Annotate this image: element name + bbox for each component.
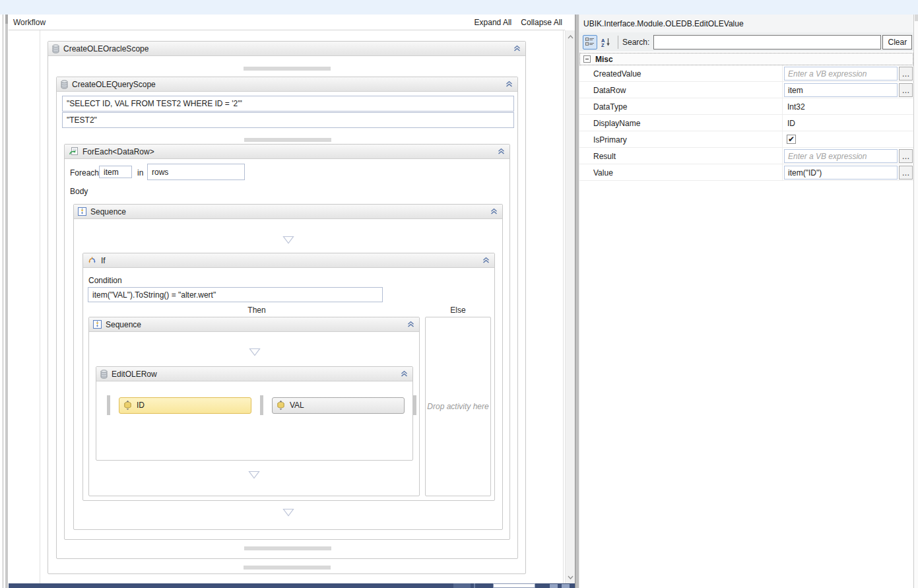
sequence-header[interactable]: Sequence: [74, 205, 502, 219]
condition-expression-box[interactable]: item("VAL").ToString() = "alter.wert": [88, 287, 383, 302]
properties-title: UBIK.Interface.Module.OLEDB.EditOLEValue: [583, 19, 744, 28]
property-name: Result: [593, 148, 616, 164]
sql-expression-box[interactable]: "SELECT ID, VAL FROM TEST2 WHERE ID = '2…: [62, 96, 514, 112]
sequence-icon: [78, 207, 86, 216]
overview-button[interactable]: [550, 584, 558, 588]
search-input[interactable]: [653, 35, 881, 49]
isprimary-checkbox[interactable]: [787, 135, 796, 144]
expression-value: item("ID"): [788, 168, 822, 178]
scroll-up-icon[interactable]: [566, 32, 575, 42]
else-drop-zone[interactable]: Drop activity here: [425, 317, 491, 496]
collapse-chevron-icon[interactable]: [498, 148, 505, 155]
activity-title: Sequence: [90, 207, 126, 216]
result-expression-box[interactable]: Enter a VB expression: [784, 149, 898, 163]
if-header[interactable]: If: [83, 253, 494, 268]
drop-activity-hint: Drop activity here: [427, 402, 488, 411]
then-sequence-header[interactable]: Sequence: [89, 317, 419, 332]
property-row-displayname: DisplayName ID: [579, 115, 913, 131]
then-label: Then: [224, 306, 290, 315]
zoom-level-box[interactable]: [493, 583, 535, 588]
collapse-category-icon[interactable]: [583, 55, 591, 63]
collapse-chevron-icon[interactable]: [482, 257, 490, 264]
drop-target-triangle[interactable]: [248, 471, 260, 479]
drop-target-triangle[interactable]: [249, 348, 261, 356]
foreach-header[interactable]: ForEach<DataRow>: [65, 145, 509, 159]
item-separator-bar: [413, 395, 416, 415]
designer-status-bar: [9, 583, 575, 588]
createdvalue-ellipsis-button[interactable]: …: [899, 67, 913, 81]
database-icon: [100, 370, 108, 379]
oracle-scope-header[interactable]: CreateOLEOracleScope: [48, 42, 525, 56]
workflow-panel: Workflow Expand All Collapse All CreateO…: [9, 15, 575, 588]
activity-sequence: Sequence: [73, 204, 503, 530]
activity-title: EditOLERow: [112, 370, 157, 379]
activity-edit-ole-row: EditOLERow: [96, 366, 413, 461]
foreach-variable-box[interactable]: item: [99, 166, 132, 178]
item-label: VAL: [290, 401, 304, 410]
activity-foreach-datarow: ForEach<DataRow> Foreach item in rows Bo…: [64, 144, 510, 540]
property-name: DataRow: [593, 82, 626, 98]
item-separator-bar: [260, 395, 263, 415]
scroll-down-icon[interactable]: [566, 572, 575, 582]
else-label: Else: [425, 306, 491, 315]
property-name: DataType: [593, 98, 627, 115]
foreach-collection-box[interactable]: rows: [147, 164, 245, 180]
categorized-view-button[interactable]: [583, 35, 597, 49]
activity-title: Sequence: [106, 320, 141, 329]
fit-to-screen-button[interactable]: [453, 583, 471, 588]
item-label: ID: [137, 401, 145, 410]
edit-ole-row-header[interactable]: EditOLERow: [96, 367, 412, 381]
activity-title: If: [101, 256, 106, 265]
properties-header: UBIK.Interface.Module.OLEDB.EditOLEValue: [579, 15, 913, 32]
column-value-icon: [123, 400, 132, 410]
scroll-strip-mark: [915, 15, 918, 21]
value-ellipsis-button[interactable]: …: [899, 166, 913, 180]
table-expression-box[interactable]: "TEST2": [62, 112, 514, 128]
workflow-titlebar: Workflow Expand All Collapse All: [9, 15, 565, 30]
query-scope-header[interactable]: CreateOLEQueryScope: [57, 77, 517, 92]
collapse-chevron-icon[interactable]: [506, 81, 513, 88]
clear-button[interactable]: Clear: [882, 35, 912, 49]
expand-all-link[interactable]: Expand All: [475, 18, 512, 27]
activity-create-ole-oracle-scope: CreateOLEOracleScope CreateOLEQueryScope: [48, 41, 526, 574]
property-row-datatype: DataType Int32: [579, 98, 913, 115]
property-row-isprimary: IsPrimary: [579, 131, 913, 148]
workflow-vertical-scrollbar[interactable]: [565, 30, 575, 583]
category-misc-row[interactable]: Misc: [579, 53, 913, 65]
result-ellipsis-button[interactable]: …: [899, 149, 913, 163]
canvas-right-edge: [563, 30, 564, 583]
activity-create-ole-query-scope: CreateOLEQueryScope "SELECT ID, VAL FROM…: [56, 77, 518, 559]
table-expression-text: "TEST2": [67, 115, 97, 125]
collapsed-activity-bar: [244, 67, 331, 71]
drop-target-triangle[interactable]: [282, 236, 294, 244]
edit-ole-value-item-val[interactable]: VAL: [272, 397, 405, 414]
titlebar-divider: [9, 30, 565, 30]
edit-ole-value-item-id[interactable]: ID: [119, 397, 251, 414]
properties-right-scroll-strip[interactable]: [913, 15, 918, 588]
drop-target-triangle[interactable]: [282, 508, 294, 517]
workflow-title: Workflow: [13, 18, 46, 27]
displayname-value[interactable]: ID: [787, 115, 795, 131]
activity-then-sequence: Sequence: [88, 317, 420, 496]
collapse-chevron-icon[interactable]: [513, 45, 521, 52]
collapsed-activity-bar: [244, 546, 331, 550]
splitter-grip: [5, 15, 8, 24]
in-label: in: [137, 168, 143, 178]
createdvalue-expression-box[interactable]: Enter a VB expression: [784, 67, 898, 81]
condition-expression-text: item("VAL").ToString() = "alter.wert": [92, 290, 216, 300]
collapse-chevron-icon[interactable]: [407, 321, 414, 328]
column-value-icon: [277, 400, 285, 410]
collapse-all-link[interactable]: Collapse All: [521, 18, 562, 27]
properties-panel: UBIK.Interface.Module.OLEDB.EditOLEValue…: [579, 15, 913, 588]
left-splitter[interactable]: [5, 15, 8, 588]
alphabetical-sort-button[interactable]: AZ: [599, 35, 613, 49]
collapse-chevron-icon[interactable]: [401, 370, 408, 377]
property-row-result: Result Enter a VB expression …: [579, 148, 913, 164]
app-window: Workflow Expand All Collapse All CreateO…: [0, 0, 918, 588]
minimap-button[interactable]: [562, 584, 570, 588]
datarow-expression-box[interactable]: item: [784, 83, 898, 97]
datarow-ellipsis-button[interactable]: …: [899, 83, 913, 97]
panel-splitter[interactable]: [575, 15, 579, 588]
collapse-chevron-icon[interactable]: [490, 208, 498, 215]
value-expression-box[interactable]: item("ID"): [784, 166, 898, 180]
